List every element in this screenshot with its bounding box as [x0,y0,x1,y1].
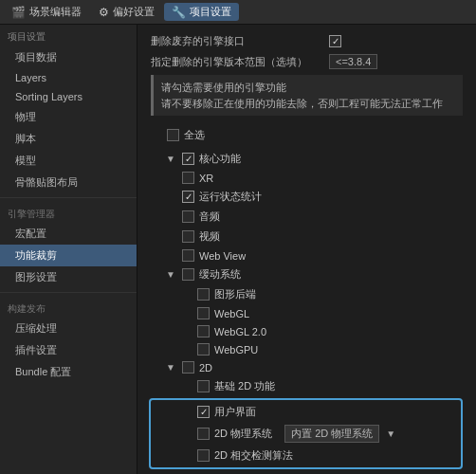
sidebar-item-feature-clip[interactable]: 功能裁剪 [0,245,137,266]
feature-item-animation: ▼缓动系统 [151,264,463,284]
feature-item-2d-collision: 2D 相交检测算法 [151,446,461,465]
feature-item-webgl: WebGL [151,304,463,322]
label-2d: 2D [199,362,212,374]
select-all-checkbox[interactable] [167,129,179,141]
info-line1: 请勾选需要使用的引擎功能 [161,80,455,96]
checkbox-runtime-stats[interactable] [182,191,194,203]
scene-editor-btn[interactable]: 🎬 场景编辑器 [4,3,89,21]
feature-item-2d-physics-dropdown: 2D 物理系统内置 2D 物理系统▼ [151,422,461,446]
engine-manager-title: 引擎管理器 [0,202,137,223]
sidebar-item-model[interactable]: 模型 [0,150,137,172]
sidebar-item-script[interactable]: 脚本 [0,128,137,150]
arrow-icon-2d[interactable]: ▼ [166,362,177,373]
checkbox-2d[interactable] [182,361,194,374]
sidebar-item-layers[interactable]: Layers [0,68,137,87]
highlight-group: 用户界面2D 物理系统内置 2D 物理系统▼2D 相交检测算法 [149,398,463,469]
preferences-btn[interactable]: ⚙ 偏好设置 [91,3,162,21]
checkbox-2d-ui[interactable] [197,406,210,418]
feature-item-2d-ui: 用户界面 [151,402,461,422]
label-animation: 缓动系统 [199,267,241,282]
toolbar: 🎬 场景编辑器 ⚙ 偏好设置 🔧 项目设置 [0,0,476,25]
feature-item-audio: 音频 [151,207,463,227]
content-panel: 删除废弃的引擎接口 指定删除的引擎版本范围（选填） <=3.8.4 请勾选需要使… [137,25,476,474]
feature-item-2d-basic: 基础 2D 功能 [151,376,463,396]
delete-deprecated-row: 删除废弃的引擎接口 [151,34,463,48]
build-section-title: 构建发布 [0,297,137,318]
label-webgl2: WebGL 2.0 [214,326,266,337]
main-layout: 项目设置 项目数据 Layers Sorting Layers 物理 脚本 模型… [0,25,476,474]
project-settings-icon: 🔧 [172,6,186,19]
info-box: 请勾选需要使用的引擎功能 请不要移除正在使用的功能去除，否则工程可能无法正常工作 [151,75,463,116]
label-runtime-stats: 运行状态统计 [199,190,262,204]
checkbox-2d-collision[interactable] [197,449,210,462]
checkbox-webview[interactable] [182,249,194,262]
delete-deprecated-checkbox[interactable] [329,35,341,47]
checkbox-webgpu[interactable] [197,343,210,356]
arrow-icon-animation[interactable]: ▼ [166,269,177,280]
checkbox-video[interactable] [182,230,194,243]
checkbox-core[interactable] [182,153,194,165]
label-audio: 音频 [199,210,220,224]
project-settings-btn[interactable]: 🔧 项目设置 [164,3,239,21]
divider-1 [0,197,137,198]
label-video: 视频 [199,229,220,244]
project-settings-label: 项目设置 [190,5,231,19]
label-2d-collision: 2D 相交检测算法 [214,448,293,463]
label-webgl: WebGL [214,308,249,319]
checkbox-webgl-backend[interactable] [197,288,210,301]
dropdown-arrow-2d-physics-dropdown[interactable]: ▼ [386,428,395,439]
version-value: <=3.8.4 [329,54,377,69]
feature-item-webview: Web View [151,246,463,264]
version-range-label: 指定删除的引擎版本范围（选填） [151,55,321,69]
checkbox-webgl[interactable] [197,307,210,319]
feature-item-core: ▼核心功能 [151,149,463,169]
feature-item-webgl2: WebGL 2.0 [151,322,463,340]
scene-editor-label: 场景编辑器 [29,5,82,19]
dropdown-2d-physics-dropdown[interactable]: 内置 2D 物理系统 [284,425,379,443]
label-webgpu: WebGPU [214,344,258,356]
sidebar-item-compress[interactable]: 压缩处理 [0,318,137,339]
project-section-title: 项目设置 [0,25,137,46]
feature-list: ▼核心功能XR运行状态统计音频视频Web View▼缓动系统图形后端WebGLW… [151,149,463,474]
arrow-icon-core[interactable]: ▼ [166,154,177,164]
checkbox-webgl2[interactable] [197,325,210,337]
checkbox-audio[interactable] [182,210,194,223]
sidebar-item-sorting-layers[interactable]: Sorting Layers [0,87,137,106]
label-2d-basic: 基础 2D 功能 [214,379,275,393]
checkbox-animation[interactable] [182,268,194,281]
sidebar-item-skeleton[interactable]: 骨骼贴图布局 [0,172,137,193]
sidebar-item-physics[interactable]: 物理 [0,106,137,128]
sidebar-item-graphics[interactable]: 图形设置 [0,266,137,288]
checkbox-xr[interactable] [182,172,194,184]
scene-editor-icon: 🎬 [11,6,26,19]
sidebar-item-project-data[interactable]: 项目数据 [0,46,137,68]
version-range-row: 指定删除的引擎版本范围（选填） <=3.8.4 [151,54,463,69]
label-2d-ui: 用户界面 [214,405,256,419]
sidebar-item-bundle[interactable]: Bundle 配置 [0,361,137,383]
sidebar-item-macro[interactable]: 宏配置 [0,223,137,245]
label-xr: XR [199,173,213,184]
sidebar: 项目设置 项目数据 Layers Sorting Layers 物理 脚本 模型… [0,25,137,474]
delete-deprecated-label: 删除废弃的引擎接口 [151,34,321,48]
select-all-row: 全选 [151,125,463,145]
feature-item-runtime-stats: 运行状态统计 [151,187,463,207]
feature-item-2d: ▼2D [151,358,463,376]
preferences-label: 偏好设置 [113,5,155,19]
sidebar-item-plugin[interactable]: 插件设置 [0,339,137,361]
label-webgl-backend: 图形后端 [214,287,256,301]
feature-item-webgl-backend: 图形后端 [151,284,463,304]
feature-item-xr: XR [151,169,463,187]
divider-2 [0,292,137,293]
feature-item-video: 视频 [151,227,463,246]
preferences-icon: ⚙ [99,6,109,19]
label-webview: Web View [199,250,246,262]
label-core: 核心功能 [199,152,241,166]
label-2d-physics-dropdown: 2D 物理系统 [214,427,272,441]
info-line2: 请不要移除正在使用的功能去除，否则工程可能无法正常工作 [161,96,455,112]
feature-item-webgpu: WebGPU [151,340,463,358]
select-all-label: 全选 [184,128,205,142]
checkbox-2d-basic[interactable] [197,380,210,392]
checkbox-2d-physics-dropdown[interactable] [197,428,210,440]
